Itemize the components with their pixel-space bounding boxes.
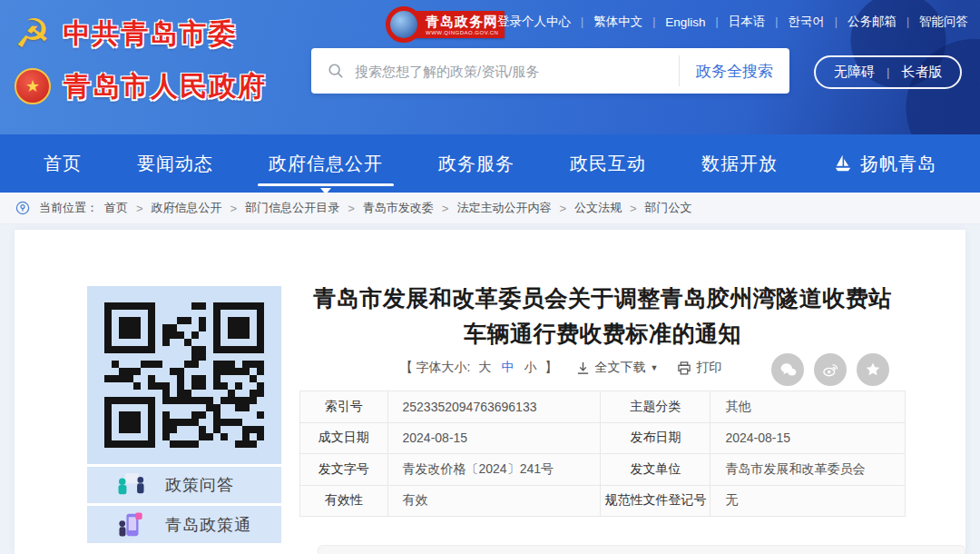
gov-name: 青岛市人民政府 bbox=[64, 68, 267, 105]
font-size-large-button[interactable]: 大 bbox=[476, 360, 493, 376]
site-identity: ☭ 中共青岛市委 ★ 青岛市人民政府 bbox=[15, 7, 267, 113]
official-mail-link[interactable]: 公务邮箱 bbox=[838, 14, 906, 30]
nav-item-open-data[interactable]: 数据开放 bbox=[701, 134, 778, 193]
english-link[interactable]: English bbox=[655, 15, 715, 29]
policy-portal-label: 青岛政策通 bbox=[165, 514, 251, 536]
table-row: 成文日期 2024-08-15 发布日期 2024-08-15 bbox=[300, 422, 906, 454]
breadcrumb-separator: > bbox=[229, 202, 240, 215]
breadcrumb-prefix: 当前位置： bbox=[39, 200, 98, 216]
table-row: 有效性 有效 规范性文件登记号 无 bbox=[300, 485, 906, 517]
article-toolbar: 【 字体大小: 大 中 小 】 全文下载 ▼ 打印 bbox=[307, 360, 815, 376]
policy-portal-banner[interactable]: 青岛政策通 bbox=[87, 506, 281, 543]
document-meta-table: 索引号 2523352094763696133 主题分类 其他 成文日期 202… bbox=[299, 391, 906, 517]
traditional-chinese-link[interactable]: 繁体中文 bbox=[583, 14, 652, 30]
party-emblem-icon: ☭ bbox=[15, 14, 50, 54]
party-name: 中共青岛市委 bbox=[63, 15, 237, 53]
download-button[interactable]: 全文下载 ▼ bbox=[576, 360, 658, 376]
breadcrumb-gov-info[interactable]: 政府信息公开 bbox=[149, 200, 225, 216]
login-link[interactable]: 登录个人中心 bbox=[487, 14, 581, 30]
meta-value-written-date: 2024-08-15 bbox=[387, 422, 601, 454]
meta-label-doc-number: 发文字号 bbox=[300, 454, 388, 486]
site-logo-url: WWW.QINGDAO.GOV.CN bbox=[426, 30, 498, 36]
nav-item-sailing-qingdao[interactable]: 扬帆青岛 bbox=[833, 134, 936, 193]
breadcrumb-separator: > bbox=[440, 202, 451, 215]
meta-label-topic: 主题分类 bbox=[601, 391, 710, 423]
policy-qa-label: 政策问答 bbox=[165, 474, 234, 496]
meta-label-issuer: 发文单位 bbox=[601, 454, 710, 486]
nav-item-news[interactable]: 要闻动态 bbox=[137, 134, 213, 193]
globe-icon bbox=[386, 6, 422, 43]
breadcrumb-statutory-disclosure[interactable]: 法定主动公开内容 bbox=[454, 200, 554, 216]
meta-label-written-date: 成文日期 bbox=[300, 422, 388, 454]
breadcrumb-ndrc[interactable]: 青岛市发改委 bbox=[360, 200, 436, 216]
font-size-small-button[interactable]: 小 bbox=[522, 360, 538, 376]
wechat-share-button[interactable] bbox=[771, 353, 804, 386]
breadcrumb-dept-docs[interactable]: 部门公文 bbox=[642, 200, 695, 216]
favorite-star-button[interactable] bbox=[857, 353, 889, 386]
party-identity: ☭ 中共青岛市委 bbox=[15, 7, 267, 60]
policy-qa-icon bbox=[114, 472, 149, 498]
table-row: 索引号 2523352094763696133 主题分类 其他 bbox=[300, 391, 906, 423]
main-nav: 首页 要闻动态 政府信息公开 政务服务 政民互动 数据开放 扬帆青岛 bbox=[0, 134, 980, 193]
policy-qa-banner[interactable]: 政策问答 bbox=[87, 467, 281, 503]
meta-value-registration: 无 bbox=[710, 485, 906, 517]
qr-code-image bbox=[104, 302, 264, 448]
download-caret-icon: ▼ bbox=[650, 363, 658, 372]
meta-label-validity: 有效性 bbox=[300, 485, 388, 517]
search-icon bbox=[328, 63, 344, 79]
japanese-link[interactable]: 日本语 bbox=[719, 14, 776, 30]
font-size-medium-button[interactable]: 中 bbox=[499, 360, 515, 376]
elder-version-button[interactable]: 长者版 bbox=[901, 64, 942, 81]
breadcrumb: 当前位置： 首页 > 政府信息公开 > 部门信息公开目录 > 青岛市发改委 > … bbox=[0, 193, 980, 224]
share-buttons bbox=[771, 353, 889, 386]
meta-value-index: 2523352094763696133 bbox=[387, 391, 601, 423]
site-header: ☭ 中共青岛市委 ★ 青岛市人民政府 青岛政务网 WWW.QINGDAO.GOV… bbox=[0, 0, 980, 134]
download-icon bbox=[576, 361, 590, 375]
page-content: 政策问答 青岛政策通 青岛市发展和改革委员会关于调整青岛胶州湾隧道收费站车辆通行… bbox=[0, 224, 980, 554]
breadcrumb-separator: > bbox=[346, 202, 357, 215]
accessibility-pill: 无障碍 | 长者版 bbox=[814, 55, 962, 89]
national-emblem-icon: ★ bbox=[15, 68, 51, 104]
breadcrumb-home[interactable]: 首页 bbox=[102, 200, 131, 216]
search-input[interactable] bbox=[355, 48, 679, 94]
search-button[interactable]: 政务全搜索 bbox=[679, 55, 789, 86]
meta-value-validity: 有效 bbox=[387, 485, 601, 517]
nav-item-home[interactable]: 首页 bbox=[44, 134, 82, 193]
font-size-prefix: 【 字体大小: bbox=[400, 360, 471, 376]
content-body-edge bbox=[318, 545, 965, 554]
article-title: 青岛市发展和改革委员会关于调整青岛胶州湾隧道收费站车辆通行费收费标准的通知 bbox=[307, 281, 898, 351]
korean-link[interactable]: 한국어 bbox=[778, 14, 835, 30]
meta-label-index: 索引号 bbox=[300, 391, 388, 423]
meta-value-publish-date: 2024-08-15 bbox=[710, 422, 906, 454]
gov-identity: ★ 青岛市人民政府 bbox=[15, 60, 267, 113]
weibo-share-button[interactable] bbox=[814, 353, 847, 386]
printer-icon bbox=[677, 361, 691, 375]
meta-value-topic: 其他 bbox=[710, 391, 906, 423]
nav-item-gov-info[interactable]: 政府信息公开 bbox=[269, 134, 383, 193]
font-size-suffix: 】 bbox=[544, 360, 557, 376]
nav-item-services[interactable]: 政务服务 bbox=[438, 134, 514, 193]
search-bar: 政务全搜索 bbox=[311, 48, 789, 94]
pill-separator: | bbox=[887, 65, 889, 79]
sailboat-icon bbox=[833, 153, 853, 173]
breadcrumb-official-docs[interactable]: 公文法规 bbox=[572, 200, 624, 216]
location-pin-icon bbox=[15, 201, 30, 215]
print-button[interactable]: 打印 bbox=[677, 360, 721, 376]
table-row: 发文字号 青发改价格〔2024〕241号 发文单位 青岛市发展和改革委员会 bbox=[300, 454, 906, 486]
qr-code bbox=[87, 286, 281, 464]
meta-value-doc-number: 青发改价格〔2024〕241号 bbox=[387, 454, 601, 486]
smart-qa-link[interactable]: 智能问答 bbox=[909, 14, 978, 30]
utility-links: 登录个人中心 | 繁体中文 | English | 日本语 | 한국어 | 公务… bbox=[487, 14, 978, 30]
meta-value-issuer: 青岛市发展和改革委员会 bbox=[710, 454, 906, 486]
breadcrumb-dept-directory[interactable]: 部门信息公开目录 bbox=[242, 200, 342, 216]
breadcrumb-separator: > bbox=[557, 202, 568, 215]
nav-item-interaction[interactable]: 政民互动 bbox=[570, 134, 646, 193]
policy-portal-icon bbox=[114, 512, 149, 538]
breadcrumb-separator: > bbox=[134, 202, 145, 215]
accessibility-button[interactable]: 无障碍 bbox=[834, 64, 875, 81]
article-card: 政策问答 青岛政策通 青岛市发展和改革委员会关于调整青岛胶州湾隧道收费站车辆通行… bbox=[15, 230, 965, 554]
breadcrumb-separator: > bbox=[628, 202, 639, 215]
meta-label-publish-date: 发布日期 bbox=[601, 422, 710, 454]
meta-label-registration: 规范性文件登记号 bbox=[601, 485, 710, 517]
